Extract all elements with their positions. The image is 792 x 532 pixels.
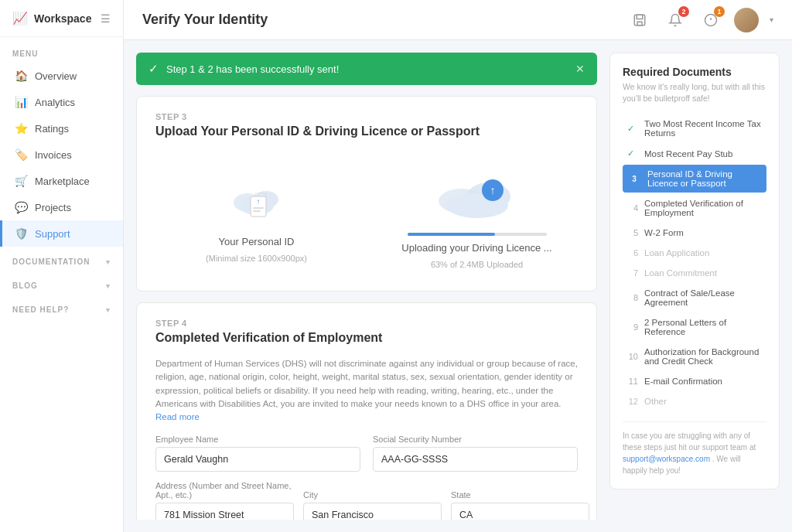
sidebar-item-ratings[interactable]: ⭐ Ratings bbox=[0, 115, 123, 142]
doc-item[interactable]: 9 2 Personal Letters of Reference bbox=[623, 313, 766, 341]
need-help-label: NEED HELP? bbox=[12, 305, 69, 314]
doc-item-muted[interactable]: 7 Loan Commitment bbox=[623, 264, 766, 282]
city-input[interactable] bbox=[303, 503, 442, 520]
doc-item[interactable]: ✓ Two Most Recent Income Tax Returns bbox=[623, 114, 766, 142]
doc-item-active[interactable]: 3 Personal ID & Driving Licence or Passp… bbox=[623, 165, 766, 193]
doc-item-label: Two Most Recent Income Tax Returns bbox=[644, 119, 762, 138]
city-label: City bbox=[303, 490, 442, 500]
doc-num-circle: 3 bbox=[627, 172, 641, 186]
doc-item-label: E-mail Confirmation bbox=[644, 377, 722, 386]
sidebar-logo: 📈 Workspace ☰ bbox=[0, 0, 123, 37]
document-cloud-icon: ↑ bbox=[232, 181, 282, 224]
close-banner-button[interactable]: ✕ bbox=[575, 63, 585, 75]
projects-icon: 💬 bbox=[15, 201, 27, 213]
required-docs-panel: Required Documents We know it's really l… bbox=[609, 53, 780, 489]
doc-num: 4 bbox=[627, 203, 638, 213]
support-email-link[interactable]: support@workspace.com bbox=[623, 455, 710, 463]
avatar[interactable] bbox=[734, 8, 759, 32]
need-help-section[interactable]: NEED HELP? ▾ bbox=[0, 295, 123, 319]
header: Verify Your Identity 2 1 ▾ bbox=[124, 0, 792, 40]
hamburger-icon[interactable]: ☰ bbox=[101, 12, 111, 25]
read-more-link[interactable]: Read more bbox=[155, 412, 200, 421]
svg-rect-11 bbox=[253, 207, 264, 209]
menu-section-label: MENU bbox=[0, 37, 123, 63]
step4-card: STEP 4 Completed Verification of Employm… bbox=[136, 302, 597, 520]
home-icon: 🏠 bbox=[15, 70, 27, 82]
upload-row: ↑ Your Personal ID (Minimal size 1600x90… bbox=[155, 151, 578, 275]
doc-list: ✓ Two Most Recent Income Tax Returns ✓ M… bbox=[623, 114, 766, 411]
blog-section[interactable]: BLOG ▾ bbox=[0, 271, 123, 295]
personal-id-upload[interactable]: ↑ Your Personal ID (Minimal size 1600x90… bbox=[155, 176, 357, 263]
doc-item[interactable]: 4 Completed Verification of Employment bbox=[623, 194, 766, 222]
employee-name-input[interactable] bbox=[155, 447, 360, 472]
ssn-label: Social Security Number bbox=[373, 435, 578, 444]
banner-text: Step 1 & 2 has been successfully sent! bbox=[166, 63, 339, 75]
sidebar: 📈 Workspace ☰ MENU 🏠 Overview 📊 Analytic… bbox=[0, 0, 124, 532]
doc-num: 6 bbox=[627, 248, 638, 257]
doc-item[interactable]: 11 E-mail Confirmation bbox=[623, 372, 766, 390]
documentation-section[interactable]: DOCUMENTATION ▾ bbox=[0, 247, 123, 271]
doc-item[interactable]: 10 Authorization for Background and Cred… bbox=[623, 343, 766, 370]
alerts-badge: 1 bbox=[714, 6, 725, 17]
sidebar-item-label: Overview bbox=[35, 70, 77, 82]
doc-item-label: Loan Commitment bbox=[644, 268, 717, 278]
main-area: Verify Your Identity 2 1 ▾ bbox=[124, 0, 792, 532]
cloud-upload-icon: ↑ bbox=[431, 173, 524, 220]
step4-description: Department of Human Services (DHS) will … bbox=[155, 357, 578, 424]
marketplace-icon: 🛒 bbox=[15, 175, 27, 187]
sidebar-item-label: Invoices bbox=[35, 149, 72, 161]
doc-item-label: Authorization for Background and Credit … bbox=[644, 347, 762, 366]
sidebar-item-label: Marketplace bbox=[35, 176, 90, 187]
doc-num: 7 bbox=[627, 268, 638, 278]
state-label: State bbox=[451, 490, 589, 500]
svg-rect-12 bbox=[253, 210, 261, 212]
sidebar-item-invoices[interactable]: 🏷️ Invoices bbox=[0, 142, 123, 168]
save-icon-btn[interactable] bbox=[627, 8, 652, 32]
address-input[interactable] bbox=[155, 503, 294, 520]
chevron-down-icon: ▾ bbox=[106, 306, 111, 314]
step3-card: STEP 3 Upload Your Personal ID & Driving… bbox=[136, 96, 597, 292]
alerts-btn[interactable]: 1 bbox=[698, 8, 723, 32]
ssn-group: Social Security Number bbox=[373, 435, 578, 472]
step3-label: STEP 3 bbox=[155, 112, 578, 121]
star-icon: ⭐ bbox=[15, 122, 27, 135]
sidebar-item-support[interactable]: 🛡️ Support bbox=[0, 220, 123, 247]
personal-id-label: Your Personal ID bbox=[219, 236, 295, 247]
notification-btn[interactable]: 2 bbox=[663, 8, 688, 32]
svg-text:↑: ↑ bbox=[256, 197, 260, 206]
state-input[interactable] bbox=[451, 503, 589, 520]
doc-item-muted[interactable]: 6 Loan Application bbox=[623, 244, 766, 262]
employee-name-group: Employee Name bbox=[155, 435, 360, 472]
upload-progress-fill bbox=[408, 233, 495, 236]
doc-item[interactable]: ✓ Most Recent Pay Stub bbox=[623, 144, 766, 163]
required-docs-subtitle: We know it's really long, but with all t… bbox=[623, 81, 766, 104]
doc-item-label: W-2 Form bbox=[644, 228, 684, 237]
check-circle-icon: ✓ bbox=[148, 62, 159, 76]
required-docs-footer: In case you are struggling with any of t… bbox=[623, 421, 766, 476]
doc-item-muted[interactable]: 12 Other bbox=[623, 392, 766, 411]
personal-id-icon-area: ↑ bbox=[226, 176, 288, 230]
required-docs-title: Required Documents bbox=[623, 66, 766, 78]
avatar-chevron-icon[interactable]: ▾ bbox=[770, 15, 773, 24]
sidebar-item-label: Support bbox=[35, 228, 70, 240]
doc-item[interactable]: 8 Contract of Sale/Lease Agreement bbox=[623, 284, 766, 312]
doc-item-label: Most Recent Pay Stub bbox=[644, 149, 732, 159]
logo-icon: 📈 bbox=[12, 11, 28, 26]
sidebar-item-analytics[interactable]: 📊 Analytics bbox=[0, 89, 123, 115]
driving-licence-upload[interactable]: ↑ Uploading your Driving Licence ... 63%… bbox=[376, 169, 578, 269]
doc-num: 11 bbox=[627, 377, 638, 386]
driving-licence-label: Uploading your Driving Licence ... bbox=[401, 242, 551, 254]
doc-item-label: Personal ID & Driving Licence or Passpor… bbox=[647, 169, 762, 188]
main-content: ✓ Step 1 & 2 has been successfully sent!… bbox=[136, 53, 597, 520]
sidebar-item-label: Analytics bbox=[35, 97, 75, 108]
sidebar-item-projects[interactable]: 💬 Projects bbox=[0, 194, 123, 220]
sidebar-item-overview[interactable]: 🏠 Overview bbox=[0, 63, 123, 89]
ssn-input[interactable] bbox=[373, 447, 578, 472]
address-label: Address (Number and Street Name, Apt., e… bbox=[155, 481, 294, 500]
step4-title: Completed Verification of Employment bbox=[155, 331, 578, 345]
doc-item[interactable]: 5 W-2 Form bbox=[623, 223, 766, 242]
employee-name-label: Employee Name bbox=[155, 435, 360, 444]
sidebar-item-marketplace[interactable]: 🛒 Marketplace bbox=[0, 168, 123, 194]
content-wrapper: ✓ Step 1 & 2 has been successfully sent!… bbox=[124, 40, 792, 532]
doc-num: 5 bbox=[627, 228, 638, 237]
